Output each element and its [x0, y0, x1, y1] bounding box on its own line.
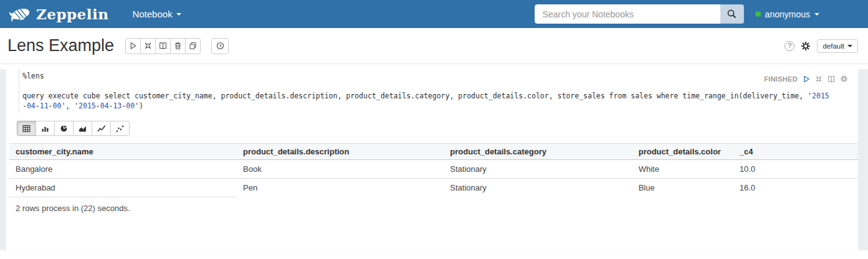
- user-menu[interactable]: anonymous: [755, 9, 819, 19]
- compress-paragraph-button[interactable]: [815, 75, 823, 83]
- table-cell: 16.0: [733, 179, 858, 197]
- notebook-menu-label: Notebook: [132, 9, 172, 19]
- result-header-row: customer_city.nameproduct_details.descri…: [9, 144, 858, 160]
- table-cell: Book: [237, 160, 444, 179]
- note-toolbar: [125, 38, 201, 54]
- help-button[interactable]: ?: [785, 41, 794, 51]
- table-row: HyderabadPenStationaryBlue16.0: [9, 179, 858, 197]
- paragraph-settings-gear-icon[interactable]: [840, 75, 848, 83]
- scatter-chart-display-button[interactable]: [110, 121, 130, 136]
- caret-down-icon: [814, 13, 819, 16]
- caret-down-icon: [847, 45, 852, 47]
- navbar: Zeppelin Notebook anonymous: [0, 0, 868, 28]
- note-titlebar: Lens Example ? default: [0, 28, 868, 64]
- connection-status-dot-icon: [755, 11, 761, 17]
- pie-chart-display-button[interactable]: [54, 121, 74, 136]
- table-cell: 10.0: [733, 160, 858, 179]
- titlebar-right-controls: ? default: [785, 39, 858, 53]
- column-header[interactable]: _c4: [733, 144, 858, 160]
- paragraph-card: FINISHED %lens query execute cube select…: [6, 69, 858, 250]
- bar-chart-display-button[interactable]: [36, 121, 55, 136]
- remove-note-trash-button[interactable]: [170, 38, 186, 54]
- search-input[interactable]: [535, 4, 720, 24]
- paragraph-controls: FINISHED: [764, 75, 848, 83]
- notebook-menu[interactable]: Notebook: [132, 9, 181, 19]
- brand-wordmark: Zeppelin: [36, 6, 108, 22]
- table-cell: Pen: [237, 179, 444, 197]
- table-cell: Bangalore: [9, 160, 237, 179]
- zeppelin-blimp-logo-icon: [9, 5, 32, 24]
- column-header[interactable]: product_details.color: [632, 144, 733, 160]
- column-header[interactable]: product_details.category: [444, 144, 632, 160]
- interpreter-binding-label: default: [823, 42, 844, 50]
- column-header[interactable]: product_details.description: [237, 144, 444, 160]
- table-row: BangaloreBookStationaryWhite10.0: [9, 160, 858, 179]
- toggle-editor-book-button[interactable]: [827, 75, 835, 83]
- note-settings-gear-icon[interactable]: [801, 41, 811, 51]
- code-editor-text[interactable]: %lens query execute cube select customer…: [19, 69, 799, 113]
- caret-down-icon: [176, 13, 181, 16]
- compress-paragraphs-button[interactable]: [140, 38, 156, 54]
- note-title[interactable]: Lens Example: [7, 36, 114, 55]
- username-label: anonymous: [765, 9, 810, 19]
- note-body-background: FINISHED %lens query execute cube select…: [0, 69, 868, 250]
- result-table: customer_city.nameproduct_details.descri…: [9, 143, 858, 197]
- search-magnifier-icon: [727, 9, 737, 19]
- run-all-paragraphs-button[interactable]: [125, 38, 141, 54]
- paragraph-status-badge: FINISHED: [764, 75, 798, 83]
- zeppelin-brand[interactable]: Zeppelin: [9, 5, 108, 24]
- table-cell: Hyderabad: [9, 179, 237, 197]
- scheduler-clock-button[interactable]: [211, 38, 229, 54]
- result-footer-text: 2 rows process in (22) seconds.: [16, 204, 858, 213]
- show-hide-code-book-button[interactable]: [155, 38, 171, 54]
- notebook-search: [535, 4, 744, 24]
- table-cell: Blue: [632, 179, 733, 197]
- table-cell: White: [632, 160, 733, 179]
- table-cell: Stationary: [444, 160, 632, 179]
- clone-note-button[interactable]: [185, 38, 201, 54]
- table-cell: Stationary: [444, 179, 632, 197]
- column-header[interactable]: customer_city.name: [9, 144, 237, 160]
- table-display-button[interactable]: [17, 121, 36, 136]
- area-chart-display-button[interactable]: [73, 121, 92, 136]
- interpreter-binding-button[interactable]: default: [817, 39, 858, 53]
- search-button[interactable]: [720, 4, 744, 24]
- display-type-buttons: [17, 121, 130, 136]
- result-body: BangaloreBookStationaryWhite10.0Hyderaba…: [9, 160, 858, 197]
- line-chart-display-button[interactable]: [92, 121, 111, 136]
- run-paragraph-play-button[interactable]: [803, 75, 810, 83]
